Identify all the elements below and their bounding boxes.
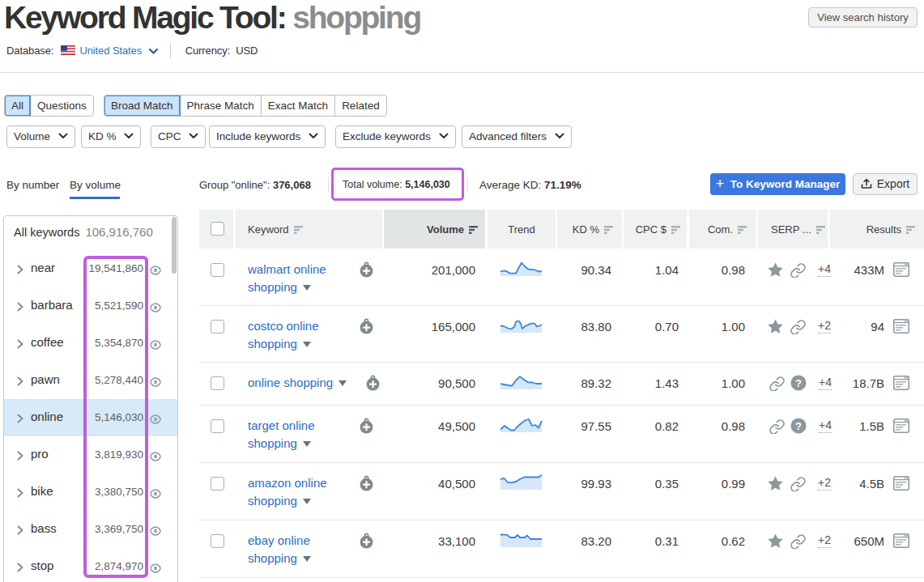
svg-text:?: ?: [795, 377, 802, 389]
svg-text:?: ?: [795, 420, 802, 432]
